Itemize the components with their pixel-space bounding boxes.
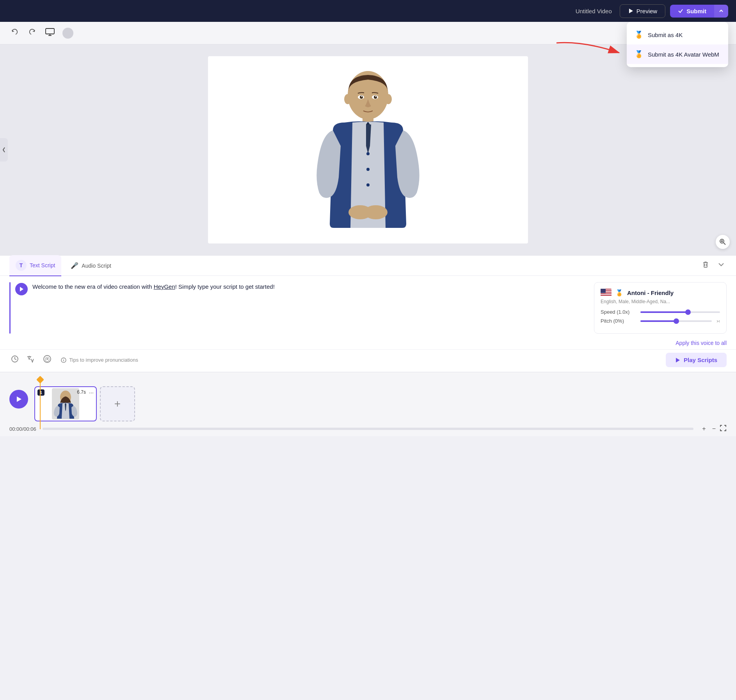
zoom-button[interactable] [716, 235, 730, 249]
undo-button[interactable] [9, 27, 20, 39]
tab-audio-script[interactable]: 🎤 Audio Script [64, 257, 117, 274]
translate-icon [27, 355, 35, 363]
apply-voice-row: Apply this voice to all [0, 340, 736, 349]
voice-header: 🏅 Antoni - Friendly [601, 289, 720, 297]
svg-point-9 [366, 168, 370, 171]
apply-voice-button[interactable]: Apply this voice to all [676, 340, 727, 346]
svg-point-35 [63, 359, 64, 359]
clip-duration: 6.7s [77, 389, 86, 395]
speed-slider-row: Speed (1.0x) [601, 309, 720, 315]
canvas-area [0, 44, 736, 255]
undo-icon [11, 28, 19, 36]
clip-card-1[interactable]: 1 6.7s ··· [34, 386, 97, 421]
chevron-up-icon [719, 9, 724, 13]
svg-marker-36 [676, 358, 680, 362]
chevron-down-icon [717, 261, 725, 268]
timeline-play-button[interactable] [9, 390, 28, 409]
video-title: Untitled Video [576, 8, 612, 14]
submit-dropdown: 🏅 Submit as 4K 🏅 Submit as 4K Avatar Web… [627, 22, 728, 67]
clock-icon [11, 355, 19, 363]
svg-marker-37 [17, 396, 21, 402]
tips-text: Tips to improve pronunciations [61, 357, 138, 363]
script-active-bar [9, 282, 11, 334]
needle-line [40, 382, 41, 429]
script-play-button[interactable] [15, 283, 28, 295]
svg-rect-25 [704, 263, 707, 267]
zoom-in-timeline-button[interactable]: + [700, 425, 708, 433]
script-section: T Text Script 🎤 Audio Script [0, 255, 736, 372]
speed-slider-thumb [685, 309, 691, 315]
svg-point-20 [375, 96, 377, 97]
svg-line-22 [724, 243, 725, 245]
redo-button[interactable] [27, 27, 37, 39]
translate-button[interactable] [25, 354, 37, 366]
svg-point-19 [361, 96, 363, 97]
text-script-tab-icon: T [16, 260, 27, 271]
timeline-row: 1 6.7s ··· + [0, 377, 736, 421]
zoom-out-timeline-button[interactable]: − [710, 425, 718, 433]
chevron-left-icon [2, 147, 6, 153]
timeline-scrollbar[interactable] [43, 428, 694, 430]
timeline-zoom-controls: + − [700, 425, 727, 433]
microphone-icon: 🎤 [71, 262, 78, 269]
top-navigation: Untitled Video Preview Submit 🏅 Submit a… [0, 0, 736, 22]
delete-script-button[interactable] [700, 259, 711, 272]
expand-timeline-button[interactable] [720, 425, 727, 433]
timeline-section: 1 6.7s ··· + [0, 372, 736, 436]
pitch-slider[interactable] [640, 320, 712, 322]
collapse-script-button[interactable] [716, 259, 727, 272]
submit-4k-item[interactable]: 🏅 Submit as 4K [627, 25, 728, 44]
timeline-clips: 1 6.7s ··· + [34, 377, 135, 421]
info-icon [61, 357, 66, 363]
canvas-white [208, 56, 528, 243]
clip-avatar-mini [52, 388, 79, 419]
heygen-link[interactable]: HeyGen [154, 283, 175, 290]
submit-group: Submit [670, 5, 728, 18]
crown-icon-1: 🏅 [635, 30, 643, 39]
expand-icon [720, 425, 727, 432]
checkmark-icon [678, 8, 683, 14]
timeline-play-icon [15, 396, 22, 403]
voice-expand-button[interactable]: ›‹ [716, 318, 720, 324]
ai-button[interactable] [41, 353, 53, 367]
svg-marker-28 [20, 287, 23, 291]
voice-panel: 🏅 Antoni - Friendly English, Male, Middl… [594, 282, 727, 334]
add-clip-button[interactable]: + [100, 386, 135, 421]
svg-point-12 [364, 205, 388, 219]
clip-more-button[interactable]: ··· [89, 389, 94, 396]
script-text[interactable]: Welcome to the new era of video creation… [32, 282, 588, 334]
svg-marker-0 [629, 9, 633, 13]
submit-button[interactable]: Submit [670, 5, 714, 18]
play-scripts-button[interactable]: Play Scripts [666, 353, 727, 367]
svg-point-8 [366, 152, 370, 155]
svg-rect-2 [46, 28, 54, 34]
history-button[interactable] [9, 354, 20, 366]
pitch-slider-row: Pitch (0%) ›‹ [601, 318, 720, 324]
circle-button[interactable] [62, 28, 73, 39]
ai-icon [43, 355, 52, 363]
submit-chevron-button[interactable] [714, 5, 728, 18]
tab-text-script[interactable]: T Text Script [9, 255, 61, 276]
speed-slider-fill [640, 311, 688, 313]
avatar-person [309, 60, 427, 240]
timeline-bottom: 00:00/00:06 + − [0, 421, 736, 436]
editor-toolbar [0, 22, 736, 44]
timeline-needle [37, 377, 43, 429]
submit-4k-webm-item[interactable]: 🏅 Submit as 4K Avatar WebM [627, 44, 728, 64]
script-tabs: T Text Script 🎤 Audio Script [0, 256, 736, 276]
play-scripts-icon [675, 357, 681, 363]
sidebar-collapse-handle[interactable] [0, 138, 8, 162]
monitor-button[interactable] [44, 27, 56, 39]
voice-crown-icon: 🏅 [615, 289, 623, 297]
flag-icon [601, 289, 612, 297]
needle-diamond [36, 376, 44, 384]
time-display: 00:00/00:06 [9, 426, 36, 432]
redo-icon [28, 28, 36, 36]
trash-icon [702, 261, 709, 268]
preview-button[interactable]: Preview [620, 4, 665, 18]
clip-avatar-svg [54, 389, 77, 419]
speed-slider[interactable] [640, 311, 720, 313]
monitor-icon [45, 28, 55, 36]
svg-point-10 [366, 183, 370, 187]
script-left-panel: Welcome to the new era of video creation… [9, 282, 588, 334]
